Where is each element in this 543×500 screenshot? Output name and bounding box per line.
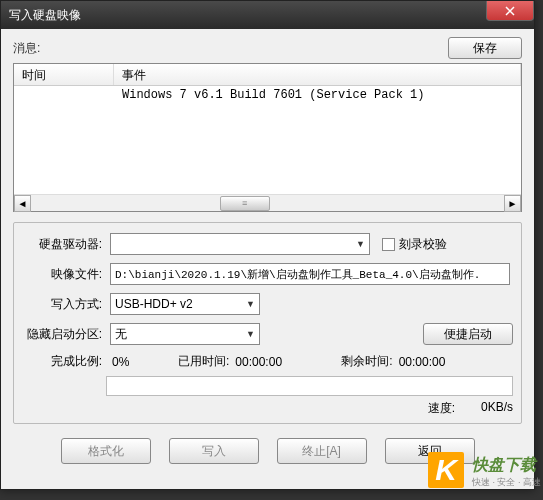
horizontal-scrollbar[interactable]: ◄ ≡ ► bbox=[14, 194, 521, 211]
abort-button[interactable]: 终止[A] bbox=[277, 438, 367, 464]
settings-panel: 硬盘驱动器: 刻录校验 映像文件: 写入方式: USB-HDD+ v2 隐藏启动… bbox=[13, 222, 522, 424]
speed-label: 速度: bbox=[428, 400, 455, 417]
dialog-window: 写入硬盘映像 消息: 保存 时间 事件 Windows 7 v6.1 Build… bbox=[0, 0, 535, 490]
drive-label: 硬盘驱动器: bbox=[22, 236, 102, 253]
format-button[interactable]: 格式化 bbox=[61, 438, 151, 464]
titlebar[interactable]: 写入硬盘映像 bbox=[1, 1, 534, 29]
image-file-input[interactable] bbox=[110, 263, 510, 285]
watermark-logo: K bbox=[428, 452, 468, 492]
column-time[interactable]: 时间 bbox=[14, 64, 114, 85]
listview-body[interactable]: Windows 7 v6.1 Build 7601 (Service Pack … bbox=[14, 86, 521, 194]
watermark: K 快盘下载 快速 · 安全 · 高速 bbox=[428, 452, 541, 492]
message-listview: 时间 事件 Windows 7 v6.1 Build 7601 (Service… bbox=[13, 63, 522, 212]
percent-value: 0% bbox=[112, 355, 172, 369]
hide-partition-select[interactable]: 无 bbox=[110, 323, 260, 345]
image-label: 映像文件: bbox=[22, 266, 102, 283]
verify-checkbox[interactable] bbox=[382, 238, 395, 251]
speed-value: 0KB/s bbox=[463, 400, 513, 417]
hide-label: 隐藏启动分区: bbox=[22, 326, 102, 343]
window-title: 写入硬盘映像 bbox=[9, 7, 81, 24]
method-label: 写入方式: bbox=[22, 296, 102, 313]
quick-boot-button[interactable]: 便捷启动 bbox=[423, 323, 513, 345]
save-button[interactable]: 保存 bbox=[448, 37, 522, 59]
list-item[interactable]: Windows 7 v6.1 Build 7601 (Service Pack … bbox=[14, 86, 521, 104]
percent-label: 完成比例: bbox=[22, 353, 102, 370]
listview-header: 时间 事件 bbox=[14, 64, 521, 86]
k-icon: K bbox=[428, 452, 464, 488]
dialog-content: 消息: 保存 时间 事件 Windows 7 v6.1 Build 7601 (… bbox=[1, 29, 534, 472]
column-event[interactable]: 事件 bbox=[114, 64, 521, 85]
scroll-left-arrow[interactable]: ◄ bbox=[14, 195, 31, 212]
watermark-title: 快盘下载 bbox=[472, 455, 541, 476]
close-button[interactable] bbox=[486, 1, 534, 21]
cell-time bbox=[14, 86, 114, 104]
info-section: 消息: 保存 时间 事件 Windows 7 v6.1 Build 7601 (… bbox=[13, 37, 522, 212]
info-label: 消息: bbox=[13, 40, 40, 57]
drive-select[interactable] bbox=[110, 233, 370, 255]
scroll-track[interactable]: ≡ bbox=[31, 195, 504, 212]
remain-value: 00:00:00 bbox=[399, 355, 446, 369]
scroll-thumb[interactable]: ≡ bbox=[220, 196, 270, 211]
verify-label: 刻录校验 bbox=[399, 236, 447, 253]
watermark-subtitle: 快速 · 安全 · 高速 bbox=[472, 476, 541, 489]
remain-label: 剩余时间: bbox=[341, 353, 392, 370]
write-button[interactable]: 写入 bbox=[169, 438, 259, 464]
scroll-right-arrow[interactable]: ► bbox=[504, 195, 521, 212]
cell-event: Windows 7 v6.1 Build 7601 (Service Pack … bbox=[114, 86, 521, 104]
close-icon bbox=[505, 6, 515, 16]
write-method-select[interactable]: USB-HDD+ v2 bbox=[110, 293, 260, 315]
progress-bar bbox=[106, 376, 513, 396]
elapsed-value: 00:00:00 bbox=[235, 355, 315, 369]
elapsed-label: 已用时间: bbox=[178, 353, 229, 370]
